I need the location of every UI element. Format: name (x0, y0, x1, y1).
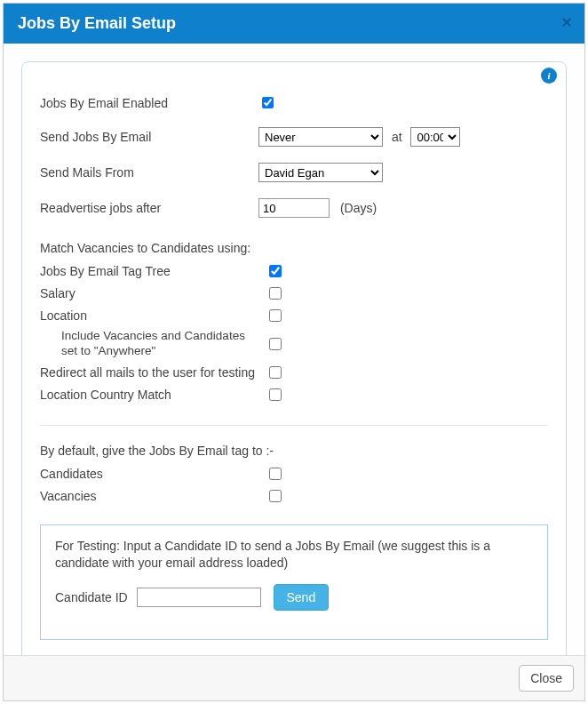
select-time[interactable]: 00:00 (410, 127, 460, 147)
label-at: at (392, 130, 402, 144)
match-option-checkbox[interactable] (269, 388, 282, 401)
label-days-suffix: (Days) (340, 201, 377, 215)
divider (40, 425, 548, 426)
default-tag-title: By default, give the Jobs By Email tag t… (40, 444, 548, 458)
row-send-jobs: Send Jobs By Email Never at 00:00 (40, 127, 548, 147)
match-option-checkbox[interactable] (269, 287, 282, 300)
label-candidate-id: Candidate ID (55, 590, 128, 604)
default-tag-checkbox[interactable] (269, 490, 282, 502)
match-option-checkbox[interactable] (269, 338, 282, 350)
match-option-row: Salary (40, 284, 548, 302)
match-option-label: Include Vacancies and Candidates set to … (40, 329, 266, 359)
match-option-row: Redirect all mails to the user for testi… (40, 364, 548, 381)
match-option-row: Jobs By Email Tag Tree (40, 262, 548, 280)
default-tag-checkbox[interactable] (269, 468, 282, 480)
modal-footer: Close (4, 655, 584, 700)
match-option-label: Location (40, 308, 266, 323)
match-option-label: Redirect all mails to the user for testi… (40, 365, 266, 380)
close-icon[interactable]: × (561, 12, 572, 33)
default-tag-label: Vacancies (40, 489, 266, 503)
input-readvertise-days[interactable] (258, 198, 330, 218)
modal-title: Jobs By Email Setup (18, 14, 176, 32)
default-tag-row: Vacancies (40, 487, 548, 505)
default-tag-list: CandidatesVacancies (40, 465, 548, 505)
input-candidate-id[interactable] (137, 588, 261, 607)
match-option-label: Salary (40, 286, 266, 300)
match-options-list: Jobs By Email Tag TreeSalaryLocationIncl… (40, 262, 548, 404)
label-send-from: Send Mails From (40, 165, 258, 180)
info-icon[interactable]: i (541, 68, 557, 84)
label-enabled: Jobs By Email Enabled (40, 96, 258, 110)
default-tag-row: Candidates (40, 465, 548, 483)
default-tag-label: Candidates (40, 467, 266, 481)
match-option-checkbox[interactable] (269, 366, 282, 379)
match-option-checkbox[interactable] (269, 265, 282, 277)
row-enabled: Jobs By Email Enabled (40, 94, 548, 111)
match-option-row: Include Vacancies and Candidates set to … (40, 329, 548, 359)
modal-dialog: Jobs By Email Setup × i Jobs By Email En… (3, 3, 585, 701)
label-send-jobs: Send Jobs By Email (40, 130, 258, 144)
checkbox-enabled[interactable] (262, 97, 274, 108)
match-option-checkbox[interactable] (269, 309, 282, 322)
testing-description: For Testing: Input a Candidate ID to sen… (55, 538, 533, 572)
send-button[interactable]: Send (274, 584, 330, 611)
modal-body[interactable]: i Jobs By Email Enabled Send Jobs By Ema… (4, 44, 584, 655)
row-send-from: Send Mails From David Egan (40, 163, 548, 182)
settings-panel: i Jobs By Email Enabled Send Jobs By Ema… (21, 61, 567, 655)
row-readvertise: Readvertise jobs after (Days) (40, 198, 548, 218)
match-option-row: Location Country Match (40, 386, 548, 404)
close-button[interactable]: Close (519, 665, 574, 692)
testing-box: For Testing: Input a Candidate ID to sen… (40, 524, 548, 640)
select-frequency[interactable]: Never (258, 127, 383, 147)
select-send-from[interactable]: David Egan (258, 163, 383, 182)
label-readvertise: Readvertise jobs after (40, 201, 258, 215)
match-section-title: Match Vacancies to Candidates using: (40, 241, 548, 255)
match-option-label: Location Country Match (40, 388, 266, 402)
match-option-label: Jobs By Email Tag Tree (40, 264, 266, 278)
modal-titlebar: Jobs By Email Setup × (4, 4, 584, 44)
match-option-row: Location (40, 307, 548, 324)
